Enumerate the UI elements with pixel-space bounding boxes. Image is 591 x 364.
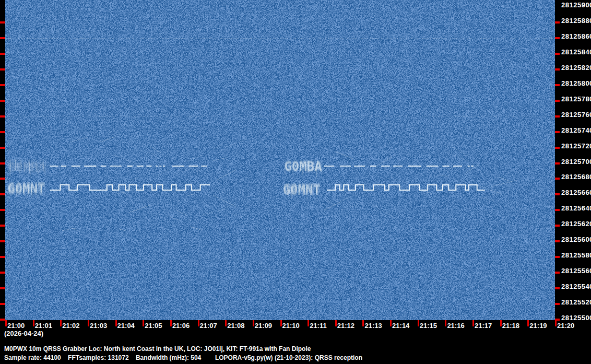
time-label: 21:15 [420,322,437,330]
freq-tick [555,147,560,149]
freq-tick [555,37,560,39]
freq-tick [0,193,5,195]
time-label: 21:03 [90,322,107,330]
freq-tick [0,319,5,321]
freq-label: 28125520 [561,298,591,306]
freq-tick [555,225,560,227]
time-label: 21:09 [255,322,272,330]
time-label: 21:06 [172,322,190,330]
freq-label: 28125600 [561,236,591,243]
time-tick [143,320,144,326]
freq-tick [555,209,560,211]
time-label: 21:01 [35,322,52,330]
freq-tick [0,100,5,102]
date-label: (2026-04-24) [4,330,43,337]
freq-tick [555,162,560,165]
freq-label: 28125660 [561,189,591,196]
time-label: 21:14 [392,322,409,330]
freq-label: 28125740 [561,126,591,134]
freq-tick [0,115,5,118]
time-tick [445,320,446,326]
time-label: 21:19 [529,322,547,330]
freq-tick [0,272,5,274]
time-tick [5,320,7,326]
time-tick [335,320,337,326]
time-tick [60,320,62,326]
freq-label: 28125500 [561,314,591,322]
time-label: 21:20 [557,322,574,330]
time-label: 21:08 [227,322,244,330]
time-label: 21:11 [310,322,327,330]
time-tick [280,320,282,326]
freq-tick [0,68,5,71]
freq-tick [555,53,560,55]
freq-label: 28125820 [561,64,591,72]
freq-tick [555,272,560,274]
freq-tick [555,287,560,289]
time-tick [527,320,529,326]
freq-label: 28125800 [561,79,591,87]
freq-tick [555,178,560,180]
freq-label: 28125640 [561,204,591,212]
time-tick [225,320,227,326]
freq-label: 28125680 [561,173,591,181]
capture-params-line: Sample rate: 44100 FFTsamples: 131072 Ba… [4,354,362,361]
time-tick [88,320,89,326]
freq-label: 28125880 [561,17,591,25]
freq-label: 28125540 [561,283,591,290]
freq-tick [555,68,560,71]
freq-tick [555,256,560,258]
freq-tick [555,240,560,242]
time-label: 21:00 [7,322,25,330]
freq-tick [0,287,5,289]
freq-tick [0,147,5,149]
freq-tick [555,100,560,102]
time-label: 21:17 [475,322,492,330]
time-tick [33,320,34,326]
freq-label: 28125720 [561,142,591,150]
time-tick [555,320,557,326]
freq-tick [0,162,5,165]
spectrogram-canvas [5,0,555,320]
freq-label: 28125840 [561,48,591,56]
freq-label: 28125580 [561,251,591,259]
freq-tick [555,115,560,118]
time-tick [170,320,172,326]
time-tick [472,320,474,326]
freq-tick [0,21,5,24]
freq-tick [555,193,560,195]
time-tick [198,320,199,326]
freq-tick [0,84,5,86]
time-label: 21:07 [200,322,217,330]
time-label: 21:18 [502,322,519,330]
time-tick [253,320,254,326]
freq-label: 28125560 [561,267,591,275]
time-tick [308,320,309,326]
qrss-grabber-screen: 2812590028125880281258602812584028125820… [0,0,591,364]
time-tick [418,320,419,326]
freq-tick [0,240,5,242]
time-label: 21:13 [364,322,382,330]
freq-label: 28125760 [561,111,591,119]
time-label: 21:10 [282,322,300,330]
freq-tick [555,84,560,86]
freq-tick [0,256,5,258]
freq-tick [0,53,5,55]
time-label: 21:04 [117,322,135,330]
freq-label: 28125620 [561,220,591,228]
freq-label: 28125780 [561,95,591,103]
freq-tick [0,37,5,39]
time-tick [390,320,392,326]
freq-tick [555,21,560,24]
station-info-line: M0PWX 10m QRSS Grabber Loc: North kent C… [4,345,311,353]
time-label: 21:16 [447,322,464,330]
freq-tick [0,131,5,133]
time-label: 21:12 [337,322,354,330]
time-tick [115,320,117,326]
freq-label: 28125900 [561,1,591,9]
freq-label: 28125860 [561,32,591,40]
freq-tick [0,178,5,180]
freq-tick [0,303,5,305]
time-label: 21:05 [145,322,162,330]
freq-label: 28125700 [561,158,591,166]
